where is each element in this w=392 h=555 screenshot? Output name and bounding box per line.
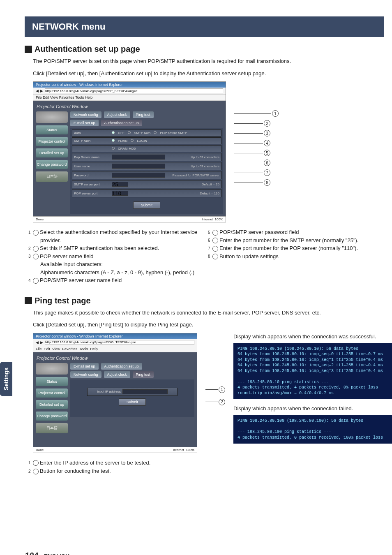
opt-plain: PLAIN — [118, 139, 127, 143]
auth-intro-2: Click [Detailed set up], then [Authentic… — [33, 69, 380, 78]
ping-callout-1: 1 — [219, 386, 225, 393]
auth-note-4: 4POP/SMTP server user name field — [33, 276, 200, 284]
side-detailed-setup[interactable]: Detailed set up — [36, 148, 68, 157]
radio-smtp-auth[interactable] — [128, 131, 131, 134]
ping-tab-ping[interactable]: Ping test — [133, 371, 154, 378]
auth-submit-button[interactable]: Submit — [133, 201, 160, 209]
projector-logo-icon-2 — [36, 363, 68, 375]
smtp-port-note: Default = 25 — [202, 183, 219, 186]
pop-port-input[interactable] — [112, 191, 128, 196]
section-heading-auth: Authentication set up page — [25, 44, 392, 54]
side-status[interactable]: Status — [36, 125, 68, 134]
row-smtp-auth-2: CRAM-MD5 — [72, 145, 221, 152]
ping-screenshot: Projector control window - Windows Inter… — [33, 333, 197, 453]
row-password: Password Password for POP/SMTP server — [72, 171, 221, 179]
ping-callouts: 1 2 — [205, 333, 225, 405]
row-auth: Auth OFF SMTP Auth POP before SMTP — [72, 130, 221, 136]
callout-7: 7 — [264, 169, 270, 176]
auth-label: Auth — [74, 131, 110, 135]
ping-tab-netcfg[interactable]: Network config — [70, 371, 101, 378]
ping-status-net: Internet — [173, 448, 184, 452]
radio-off[interactable] — [112, 131, 115, 134]
auth-addr-input[interactable] — [45, 88, 223, 93]
projector-logo-icon — [36, 111, 68, 123]
password-label: Password — [74, 173, 110, 177]
ping-ok-terminal: PING 198.245.80.10 (198.245.80.10): 56 d… — [233, 343, 392, 400]
tab-authentication-setup[interactable]: Authentication set up — [101, 120, 142, 126]
auth-intro-1: The POP/SMTP server is set on this page … — [33, 57, 380, 65]
password-input[interactable] — [112, 173, 165, 178]
ping-side-projector-control[interactable]: Projector control — [36, 388, 68, 398]
section-heading-ping-text: Ping test page — [35, 296, 91, 305]
page-suffix: - ENGLISH — [38, 553, 69, 555]
smtp-auth-label: SMTP Auth — [74, 139, 110, 143]
inum-4: 4 — [33, 278, 39, 284]
tab-adjust-clock[interactable]: Adjust clock — [104, 111, 130, 118]
auth-note-1: 1Select the authentication method specif… — [33, 228, 200, 244]
auth-shot-addressbar: ◀ ▶ — [33, 88, 226, 95]
nav-fwd-icon[interactable]: ▶ — [40, 89, 43, 93]
opt-smtp-auth: SMTP Auth — [134, 131, 150, 135]
auth-note-3a: POP server name field — [40, 253, 94, 259]
status-done: Done — [36, 217, 44, 221]
auth-note-7-text: Enter the port number for the POP server… — [219, 245, 358, 251]
callout-1: 1 — [272, 110, 279, 117]
side-change-password[interactable]: Change password — [36, 160, 68, 169]
ping-shot-titlebar: Projector control window - Windows Inter… — [33, 333, 197, 339]
ping-pcw-label: Projector Control Window — [36, 355, 194, 363]
smtp-port-input[interactable] — [112, 182, 128, 187]
ping-side-status[interactable]: Status — [36, 377, 68, 386]
nav-back-icon[interactable]: ◀ — [36, 89, 39, 93]
auth-shot-menubar: File Edit View Favorites Tools Help — [33, 95, 226, 101]
section-heading-auth-text: Authentication set up page — [35, 44, 140, 54]
auth-note-4-text: POP/SMTP server user name field — [40, 277, 122, 283]
ping-intro-1: This page makes it possible to check whe… — [33, 309, 380, 317]
auth-note-6-text: Enter the port number for the SMTP serve… — [219, 237, 358, 243]
side-projector-control[interactable]: Projector control — [36, 137, 68, 146]
radio-cram-md5[interactable] — [112, 147, 115, 150]
ping-tab-adj[interactable]: Adjust clock — [104, 371, 130, 378]
auth-shot-titlebar: Projector control window - Windows Inter… — [33, 82, 226, 88]
tab-network-config[interactable]: Network config — [70, 111, 101, 118]
nav-back-icon-2[interactable]: ◀ — [36, 340, 39, 345]
auth-callouts: 1 2 3 4 5 6 7 8 — [234, 81, 279, 186]
radio-plain[interactable] — [112, 139, 115, 142]
ping-addr-input[interactable] — [45, 340, 194, 345]
ping-tab-email[interactable]: E-mail set up — [70, 363, 99, 370]
menu-title-band: NETWORK menu — [25, 16, 384, 37]
ping-intro-2: Click [Detailed set up], then [Ping test… — [33, 321, 380, 329]
radio-pop-before-smtp[interactable] — [154, 131, 157, 134]
opt-pop-before-smtp: POP before SMTP — [160, 131, 187, 135]
auth-note-2: 2Set this if SMTP authentication has bee… — [33, 244, 200, 252]
user-name-label: User name — [74, 164, 110, 168]
pop-server-name-note: Up to 63 characters — [191, 155, 219, 159]
callout-5: 5 — [264, 150, 270, 156]
user-name-input[interactable] — [112, 164, 165, 169]
tab-email-setup[interactable]: E-mail set up — [70, 120, 99, 126]
side-japanese[interactable]: 日本語 — [36, 171, 68, 182]
tab-ping-test[interactable]: Ping test — [133, 111, 154, 118]
auth-note-1-text: Select the authentication method specifi… — [40, 229, 197, 243]
ping-ip-input[interactable] — [122, 389, 168, 394]
row-user-name: User name Up to 63 characters — [72, 162, 221, 170]
row-pop-port: POP server port Default = 110 — [72, 189, 221, 197]
ping-side-change-password[interactable]: Change password — [36, 412, 68, 421]
auth-note-6: 6Enter the port number for the SMTP serv… — [212, 236, 380, 245]
ping-fail-caption: Display which appears when the connectio… — [233, 405, 392, 412]
ping-callout-2: 2 — [219, 399, 225, 405]
ping-side-detailed-setup[interactable]: Detailed set up — [36, 400, 68, 409]
ping-tab-auth[interactable]: Authentication set up — [101, 363, 142, 370]
status-zoom: 100% — [215, 217, 223, 221]
ping-ok-caption: Display which appears when the connectio… — [233, 333, 392, 340]
ping-side-japanese[interactable]: 日本語 — [36, 423, 68, 433]
auth-note-3c: Alphanumeric characters (A - Z, a - z, 0… — [33, 268, 200, 277]
ping-submit-button[interactable]: Submit — [119, 398, 146, 406]
ping-inum-1: 1 — [33, 460, 39, 466]
pop-server-name-input[interactable] — [112, 155, 165, 160]
ping-shot-menubar: File Edit View Favorites Tools Help — [33, 346, 197, 352]
ping-note-1-text: Enter the IP address of the server to be… — [40, 460, 150, 466]
radio-login[interactable] — [131, 139, 134, 142]
page-footer: 104 - ENGLISH — [25, 551, 69, 555]
nav-fwd-icon-2[interactable]: ▶ — [40, 340, 43, 345]
opt-cram-md5: CRAM-MD5 — [118, 147, 136, 150]
